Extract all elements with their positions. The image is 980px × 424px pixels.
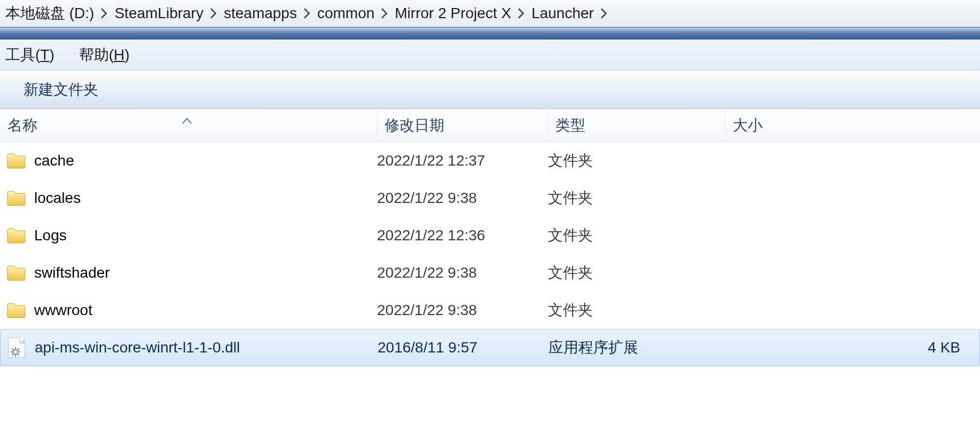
file-size-cell xyxy=(725,179,980,217)
column-header-size-label: 大小 xyxy=(733,115,763,136)
menu-help-suffix: ) xyxy=(124,46,129,63)
address-bar[interactable]: 本地磁盘 (D:) SteamLibrary steamapps common … xyxy=(0,0,980,28)
chevron-right-icon[interactable] xyxy=(377,8,393,19)
file-name-label: wwwroot xyxy=(34,302,92,319)
file-type-cell: 文件夹 xyxy=(548,179,725,217)
chevron-right-icon[interactable] xyxy=(96,8,112,19)
menu-tools[interactable]: 工具(T) xyxy=(5,45,54,65)
file-row[interactable]: locales2022/1/22 9:38文件夹 xyxy=(0,179,980,217)
toolbar: 新建文件夹 xyxy=(0,70,980,109)
column-header-date-label: 修改日期 xyxy=(385,115,444,136)
chevron-right-icon[interactable] xyxy=(206,8,222,19)
breadcrumb-item[interactable]: common xyxy=(315,5,377,22)
file-size-cell xyxy=(725,292,980,329)
file-type-cell: 文件夹 xyxy=(548,292,725,329)
breadcrumb-item[interactable]: Launcher xyxy=(529,5,596,22)
breadcrumb-item[interactable]: Mirror 2 Project X xyxy=(393,5,513,22)
folder-icon xyxy=(5,150,27,171)
column-header-type[interactable]: 类型 xyxy=(548,109,725,142)
file-name-label: locales xyxy=(34,190,81,207)
column-header-name-label: 名称 xyxy=(7,115,37,136)
folder-icon xyxy=(5,262,27,284)
column-header-type-label: 类型 xyxy=(555,115,585,136)
column-header-size[interactable]: 大小 xyxy=(725,109,980,142)
menu-help[interactable]: 帮助(H) xyxy=(79,45,130,65)
dll-file-icon xyxy=(6,337,27,358)
file-type-cell: 应用程序扩展 xyxy=(548,329,726,366)
file-name-cell[interactable]: cache xyxy=(5,142,377,179)
column-header-date[interactable]: 修改日期 xyxy=(377,109,548,142)
file-type-cell: 文件夹 xyxy=(548,217,725,254)
menu-help-label: 帮助( xyxy=(79,46,114,63)
file-name-cell[interactable]: swiftshader xyxy=(5,254,377,292)
file-row[interactable]: cache2022/1/22 12:37文件夹 xyxy=(0,142,980,179)
file-row[interactable]: Logs2022/1/22 12:36文件夹 xyxy=(0,217,980,254)
file-date-cell: 2022/1/22 9:38 xyxy=(377,254,548,292)
file-date-cell: 2016/8/11 9:57 xyxy=(378,329,548,366)
file-size-cell xyxy=(725,142,980,179)
file-date-cell: 2022/1/22 9:38 xyxy=(377,292,548,329)
file-type-cell: 文件夹 xyxy=(548,142,725,179)
file-name-label: cache xyxy=(34,152,74,169)
file-type-cell: 文件夹 xyxy=(548,254,725,292)
file-name-cell[interactable]: locales xyxy=(5,179,377,217)
breadcrumb-item[interactable]: 本地磁盘 (D:) xyxy=(3,3,96,23)
breadcrumb-item[interactable]: SteamLibrary xyxy=(112,5,206,22)
file-size-cell xyxy=(725,254,980,292)
file-name-cell[interactable]: Logs xyxy=(5,217,377,254)
file-date-cell: 2022/1/22 9:38 xyxy=(377,179,548,217)
file-name-cell[interactable]: wwwroot xyxy=(5,292,377,329)
folder-icon xyxy=(5,300,27,321)
sort-ascending-icon xyxy=(182,111,192,128)
menu-tools-label: 工具( xyxy=(5,46,40,63)
file-list[interactable]: cache2022/1/22 12:37文件夹locales2022/1/22 … xyxy=(0,142,980,424)
file-row[interactable]: swiftshader2022/1/22 9:38文件夹 xyxy=(0,254,980,292)
chevron-right-icon[interactable] xyxy=(513,8,529,19)
menu-tools-suffix: ) xyxy=(49,46,54,63)
file-name-label: swiftshader xyxy=(34,264,110,281)
file-date-cell: 2022/1/22 12:37 xyxy=(377,142,548,179)
file-date-cell: 2022/1/22 12:36 xyxy=(377,217,548,254)
file-row[interactable]: wwwroot2022/1/22 9:38文件夹 xyxy=(0,292,980,329)
file-name-label: api-ms-win-core-winrt-l1-1-0.dll xyxy=(35,339,240,356)
folder-icon xyxy=(5,225,27,246)
file-name-label: Logs xyxy=(34,227,67,244)
menu-bar: 工具(T) 帮助(H) xyxy=(0,40,980,70)
menu-tools-accel: T xyxy=(40,46,49,63)
chevron-right-icon[interactable] xyxy=(596,8,612,19)
gear-icon xyxy=(11,343,20,353)
folder-icon xyxy=(5,187,27,209)
menu-help-accel: H xyxy=(114,46,124,63)
file-name-cell[interactable]: api-ms-win-core-winrt-l1-1-0.dll xyxy=(6,329,378,366)
file-row[interactable]: api-ms-win-core-winrt-l1-1-0.dll2016/8/1… xyxy=(0,329,980,366)
toolbar-strip xyxy=(0,28,980,40)
chevron-right-icon[interactable] xyxy=(299,8,315,19)
file-size-cell xyxy=(725,217,980,254)
new-folder-button[interactable]: 新建文件夹 xyxy=(23,80,98,100)
column-header-row: 名称 修改日期 类型 大小 xyxy=(0,109,980,142)
file-size-cell: 4 KB xyxy=(726,329,979,366)
breadcrumb-item[interactable]: steamapps xyxy=(222,5,299,22)
